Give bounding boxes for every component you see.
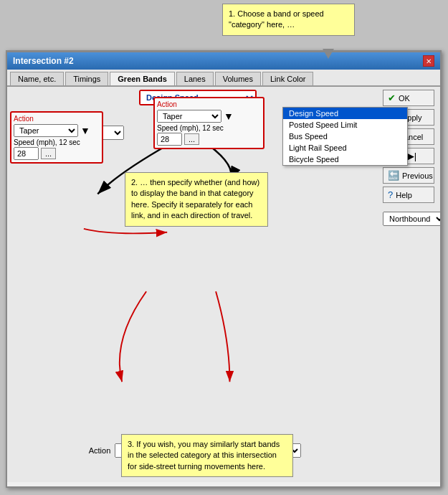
main-area: Design Speed Posted Speed Limit Bus Spee… — [10, 90, 380, 479]
tab-link-color[interactable]: Link Color — [262, 72, 314, 85]
tab-volumes[interactable]: Volumes — [215, 72, 261, 85]
bottom-left-label: Action — [89, 446, 111, 455]
help-button[interactable]: ? Help — [383, 187, 434, 203]
taper-left-select[interactable]: Taper Stop None — [14, 124, 78, 137]
tab-green-bands[interactable]: Green Bands — [110, 72, 174, 85]
taper-right-speed-row: ... — [157, 133, 261, 146]
content-area: ✔ OK 📝 Apply ✖ Cancel Next ▶| 🔙 Previous… — [7, 87, 440, 482]
dropdown-item-posted-speed[interactable]: Posted Speed Limit — [283, 119, 407, 131]
window-title: Intersection #2 — [13, 56, 74, 66]
tab-name-etc[interactable]: Name, etc. — [10, 72, 64, 85]
next-icon: ▶| — [407, 151, 416, 161]
band-dropdown-menu: Design Speed Posted Speed Limit Bus Spee… — [282, 107, 408, 166]
title-bar: Intersection #2 ✕ — [7, 52, 440, 70]
previous-icon: 🔙 — [388, 170, 399, 181]
taper-left-row: Taper Stop None ▼ — [14, 124, 100, 137]
northbound-row: Northbound ➡ — [383, 212, 437, 226]
ok-button[interactable]: ✔ OK — [383, 90, 434, 106]
taper-right-row: Taper Stop None ▼ — [157, 110, 261, 123]
dropdown-item-bicycle-speed[interactable]: Bicycle Speed — [283, 154, 407, 165]
annotation-2: 2. … then specify whether (and how) to d… — [125, 172, 268, 227]
tooltip-arrow-1 — [323, 49, 334, 59]
taper-box-right: Action Taper Stop None ▼ Speed (mph), 12… — [153, 97, 264, 149]
taper-right-speed-label: Speed (mph), 12 sec — [157, 124, 261, 132]
previous-button[interactable]: 🔙 Previous — [383, 167, 434, 184]
ok-icon: ✔ — [388, 93, 396, 103]
taper-left-dropdown-icon[interactable]: ▼ — [80, 125, 90, 136]
dropdown-item-design-speed[interactable]: Design Speed — [283, 108, 407, 119]
tab-lanes[interactable]: Lanes — [176, 72, 214, 85]
taper-left-action-label: Action — [14, 115, 100, 123]
main-window: Intersection #2 ✕ Name, etc. Timings Gre… — [6, 50, 442, 488]
taper-left-speed-row: ... — [14, 147, 100, 160]
taper-right-dots-button[interactable]: ... — [184, 133, 199, 145]
taper-left-speed-input[interactable] — [14, 147, 39, 160]
help-icon: ? — [388, 189, 393, 200]
tab-timings[interactable]: Timings — [65, 72, 108, 85]
taper-left-dots-button[interactable]: ... — [41, 148, 56, 159]
taper-left-speed-label: Speed (mph), 12 sec — [14, 138, 100, 146]
dropdown-item-light-rail-speed[interactable]: Light Rail Speed — [283, 142, 407, 154]
tab-bar: Name, etc. Timings Green Bands Lanes Vol… — [7, 70, 440, 87]
taper-box-left: Action Taper Stop None ▼ Speed (mph), 12… — [10, 111, 103, 164]
tooltip-1: 1. Choose a band or speed "category" her… — [222, 4, 355, 36]
close-button[interactable]: ✕ — [423, 55, 434, 67]
taper-right-select[interactable]: Taper Stop None — [157, 110, 221, 123]
direction-select[interactable]: Northbound — [383, 212, 440, 226]
taper-right-dropdown-icon[interactable]: ▼ — [224, 110, 234, 122]
dropdown-item-bus-speed[interactable]: Bus Speed — [283, 131, 407, 142]
annotation-3: 3. If you wish, you may similarly start … — [121, 434, 293, 477]
taper-right-speed-input[interactable] — [157, 133, 182, 146]
taper-right-action-label: Action — [157, 100, 261, 108]
